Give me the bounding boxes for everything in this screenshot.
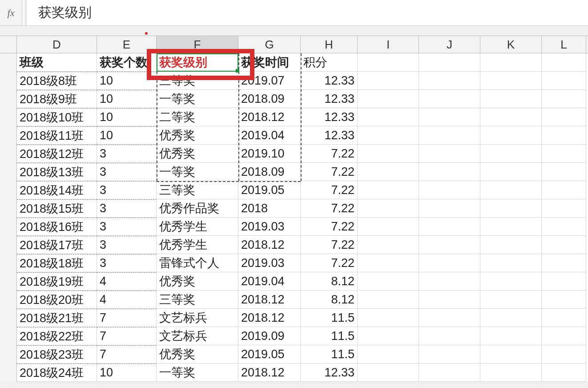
cell[interactable]: 12.33 [301, 126, 358, 145]
cell[interactable] [542, 108, 586, 126]
row-header[interactable] [0, 53, 17, 72]
cell[interactable]: 一等奖 [157, 364, 238, 382]
cell[interactable]: 7.22 [301, 236, 358, 254]
cell[interactable] [542, 145, 586, 163]
cell[interactable]: 三等奖 [157, 72, 238, 90]
cell[interactable]: 三等奖 [157, 181, 238, 199]
cell[interactable] [419, 254, 480, 272]
cell[interactable] [358, 163, 419, 181]
cell[interactable] [480, 145, 542, 163]
cell[interactable]: 10 [97, 108, 157, 126]
cell[interactable] [419, 327, 480, 345]
cell[interactable]: 2019.07 [238, 72, 301, 90]
cell[interactable] [419, 181, 480, 199]
cell[interactable]: 11.5 [301, 309, 358, 327]
cell[interactable] [480, 364, 542, 382]
cell[interactable]: 优秀奖 [157, 145, 238, 163]
cell[interactable]: 2018.12 [238, 291, 301, 309]
cell[interactable] [542, 236, 586, 254]
cell-header-class[interactable]: 班级 [17, 53, 97, 72]
cell[interactable] [480, 327, 542, 345]
cell[interactable] [480, 108, 542, 126]
cell[interactable] [542, 90, 586, 108]
cell[interactable] [480, 199, 542, 218]
cell[interactable] [358, 236, 419, 254]
row-header[interactable] [0, 90, 17, 108]
cell[interactable] [480, 181, 542, 199]
cell[interactable]: 2018级13班 [17, 163, 97, 181]
col-header-E[interactable]: E [97, 36, 157, 53]
cell[interactable]: 三等奖 [157, 291, 238, 309]
cell[interactable]: 2019.10 [238, 145, 301, 163]
cell[interactable] [419, 108, 480, 126]
cell[interactable]: 3 [97, 218, 157, 236]
cell[interactable]: 2018级10班 [17, 108, 97, 126]
cell[interactable] [542, 254, 586, 272]
cell[interactable] [419, 145, 480, 163]
row-header[interactable] [0, 254, 17, 272]
cell[interactable]: 优秀奖 [157, 126, 238, 145]
row-header[interactable] [0, 309, 17, 327]
cell[interactable] [480, 218, 542, 236]
cell[interactable]: 2019.03 [238, 254, 301, 272]
cell[interactable] [542, 291, 586, 309]
cell[interactable] [358, 364, 419, 382]
cell[interactable]: 2018级21班 [17, 309, 97, 327]
cell[interactable] [419, 345, 480, 364]
cell[interactable] [542, 163, 586, 181]
cell[interactable]: 3 [97, 181, 157, 199]
cell[interactable]: 7.22 [301, 254, 358, 272]
cell[interactable]: 7 [97, 327, 157, 345]
cell[interactable]: 2018.09 [238, 90, 301, 108]
cell[interactable] [358, 90, 419, 108]
cell[interactable] [419, 364, 480, 382]
cell[interactable]: 12.33 [301, 90, 358, 108]
cell[interactable] [542, 72, 586, 90]
cell[interactable]: 2018级9班 [17, 90, 97, 108]
cell[interactable]: 2018级14班 [17, 181, 97, 199]
formula-input[interactable]: 获奖级别 [25, 0, 588, 25]
row-header[interactable] [0, 345, 17, 364]
cell[interactable] [542, 309, 586, 327]
cell[interactable]: 2018.09 [238, 163, 301, 181]
cell[interactable]: 2018级20班 [17, 291, 97, 309]
row-header[interactable] [0, 364, 17, 382]
cell[interactable]: 7 [97, 345, 157, 364]
cell[interactable]: 3 [97, 163, 157, 181]
cell[interactable]: 10 [97, 364, 157, 382]
cell[interactable]: 2018级17班 [17, 236, 97, 254]
col-header-G[interactable]: G [238, 36, 301, 53]
row-header[interactable] [0, 327, 17, 345]
cell[interactable] [480, 345, 542, 364]
cell-header-count[interactable]: 获奖个数 [97, 53, 157, 72]
col-header-H[interactable]: H [301, 36, 358, 53]
cell[interactable]: 2018.12 [238, 236, 301, 254]
cell[interactable]: 2019.03 [238, 218, 301, 236]
cell[interactable] [419, 163, 480, 181]
row-header[interactable] [0, 181, 17, 199]
fx-button[interactable]: fx [0, 0, 22, 25]
cell[interactable] [542, 218, 586, 236]
col-header-J[interactable]: J [419, 36, 480, 53]
cell[interactable] [480, 236, 542, 254]
cell[interactable]: 2018级18班 [17, 254, 97, 272]
cell[interactable]: 2019.05 [238, 345, 301, 364]
cell[interactable] [358, 126, 419, 145]
cell[interactable] [419, 309, 480, 327]
cell[interactable]: 4 [97, 291, 157, 309]
cell[interactable]: 优秀作品奖 [157, 199, 238, 218]
cell[interactable]: 4 [97, 272, 157, 291]
cell[interactable]: 文艺标兵 [157, 327, 238, 345]
cell[interactable]: 2018级19班 [17, 272, 97, 291]
cell[interactable]: 8.12 [301, 291, 358, 309]
cell[interactable] [358, 309, 419, 327]
cell[interactable] [419, 126, 480, 145]
cell[interactable]: 10 [97, 90, 157, 108]
cell[interactable] [358, 272, 419, 291]
cell[interactable] [480, 126, 542, 145]
row-header[interactable] [0, 236, 17, 254]
cell-header-level[interactable]: 获奖级别 [157, 53, 238, 72]
cell[interactable] [542, 199, 586, 218]
cell[interactable] [358, 345, 419, 364]
cell[interactable] [358, 108, 419, 126]
